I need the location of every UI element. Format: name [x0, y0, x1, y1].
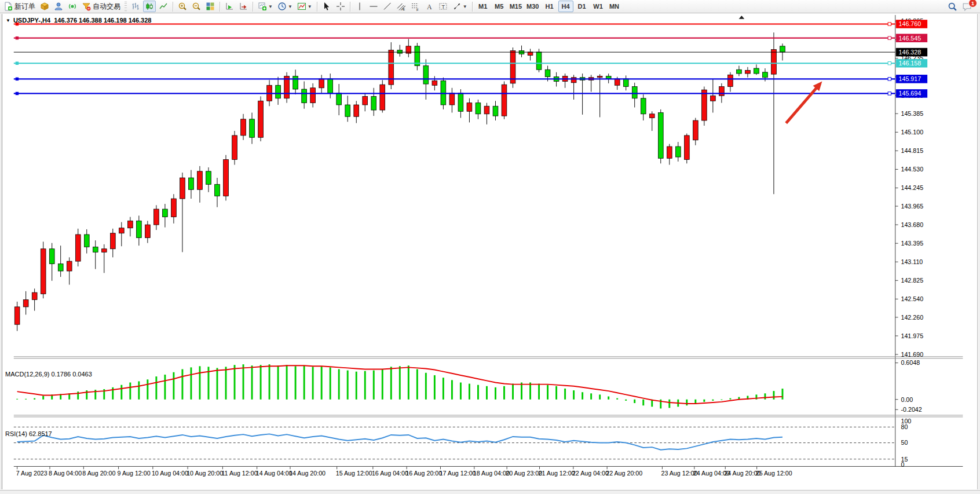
- macd-histogram-bar: [712, 400, 714, 401]
- periods-dropdown[interactable]: ▼: [276, 1, 294, 12]
- macd-histogram-bar: [608, 397, 609, 400]
- candle-body: [780, 46, 785, 52]
- toolbar-separator: [350, 2, 350, 12]
- toolbar-right-group: 1: [945, 1, 974, 12]
- candle-body: [136, 221, 141, 237]
- line-handle-right[interactable]: [888, 23, 891, 25]
- macd-histogram-bar: [634, 400, 635, 403]
- candle-body: [363, 96, 368, 105]
- macd-histogram-bar: [138, 381, 140, 399]
- fibonacci-tool[interactable]: F: [409, 1, 422, 12]
- macd-histogram-bar: [155, 376, 157, 400]
- candlestick-chart-button[interactable]: [143, 1, 156, 12]
- auto-scroll-button[interactable]: [223, 1, 236, 12]
- price-tick-label: 142.260: [901, 314, 923, 321]
- toolbar-separator: [472, 2, 473, 12]
- arrow-annotation[interactable]: [786, 87, 817, 123]
- new-order-icon: [3, 2, 13, 11]
- timeframe-h1[interactable]: H1: [542, 1, 557, 12]
- signals-button[interactable]: [66, 1, 79, 12]
- price-tick-label: 142.540: [901, 295, 923, 302]
- chart-shift-button[interactable]: [237, 1, 250, 12]
- new-chart-dropdown[interactable]: ▼: [256, 1, 275, 12]
- timeframe-m5[interactable]: M5: [492, 1, 507, 12]
- candle-body: [93, 247, 98, 252]
- price-tick-label: 143.965: [901, 203, 923, 210]
- indicators-dropdown[interactable]: ▼: [295, 1, 314, 12]
- tile-windows-button[interactable]: [204, 1, 217, 12]
- price-tick-label: 145.385: [901, 110, 923, 117]
- line-handle-left[interactable]: [16, 92, 19, 95]
- candle-body: [232, 136, 237, 160]
- macd-histogram-bar: [217, 368, 218, 399]
- macd-histogram-bar: [286, 365, 288, 400]
- timeframe-w1[interactable]: W1: [591, 1, 606, 12]
- search-button[interactable]: [946, 1, 959, 12]
- bar-chart-button[interactable]: [129, 1, 142, 12]
- line-handle-right[interactable]: [888, 36, 891, 39]
- candle-body: [728, 75, 733, 86]
- macd-histogram-bar: [686, 400, 688, 405]
- price-tick-label: 143.680: [901, 221, 923, 228]
- macd-histogram-bar: [190, 367, 192, 399]
- time-tick-label: 20 Aug 23:00: [506, 470, 542, 477]
- time-tick-label: 14 Aug 04:00: [256, 470, 292, 477]
- zoom-in-button[interactable]: [176, 1, 189, 12]
- macd-histogram-bar: [521, 382, 522, 399]
- candle-body: [667, 147, 672, 158]
- line-chart-button[interactable]: [157, 1, 170, 12]
- price-tick-label: 142.825: [901, 277, 923, 284]
- chart-canvas[interactable]: 146.805146.520146.235145.950145.665145.3…: [0, 14, 980, 494]
- timeframe-m30[interactable]: M30: [525, 1, 540, 12]
- time-tick-label: 22 Aug 20:00: [606, 470, 642, 477]
- macd-histogram-bar: [321, 366, 323, 399]
- terminal-button[interactable]: [52, 1, 65, 12]
- line-handle-left[interactable]: [16, 23, 19, 25]
- toolbar-separator: [173, 2, 173, 12]
- notifications-button[interactable]: 1: [960, 1, 974, 12]
- macd-histogram-bar: [16, 399, 18, 400]
- timeframe-d1[interactable]: D1: [575, 1, 590, 12]
- price-tick-label: 144.815: [901, 147, 923, 154]
- macd-histogram-bar: [573, 390, 575, 400]
- timeframe-m15[interactable]: M15: [508, 1, 524, 12]
- cursor-tool-button[interactable]: [320, 1, 333, 12]
- candle-body: [545, 69, 550, 76]
- auto-trading-button[interactable]: 自动交易: [80, 1, 122, 12]
- equidistant-channel-tool[interactable]: E: [395, 1, 408, 12]
- funnel-icon: [82, 2, 91, 11]
- line-handle-right[interactable]: [888, 78, 891, 80]
- line-handle-right[interactable]: [888, 61, 891, 64]
- trendline-tool[interactable]: [381, 1, 394, 12]
- time-tick-label: 15 Aug 12:00: [336, 470, 372, 477]
- candle-body: [145, 225, 150, 238]
- new-order-button[interactable]: 新订单: [2, 1, 37, 12]
- crosshair-tool-button[interactable]: [334, 1, 347, 12]
- horizontal-line-tool[interactable]: [367, 1, 380, 12]
- macd-histogram-bar: [443, 378, 444, 400]
- dropdown-caret: ▼: [308, 4, 312, 9]
- text-label-tool[interactable]: T: [437, 1, 449, 12]
- timeframe-h4[interactable]: H4: [558, 1, 573, 12]
- macd-histogram-bar: [147, 379, 148, 399]
- chart-shift-marker[interactable]: [739, 16, 745, 19]
- macd-histogram-bar: [312, 367, 314, 399]
- line-handle-right[interactable]: [888, 92, 891, 95]
- zoom-out-button[interactable]: [190, 1, 203, 12]
- vertical-line-tool[interactable]: [353, 1, 366, 12]
- line-handle-left[interactable]: [16, 36, 19, 39]
- time-tick-label: 9 Aug 12:00: [118, 470, 151, 477]
- macd-histogram-bar: [338, 369, 340, 399]
- arrows-tool-dropdown[interactable]: ▼: [451, 1, 469, 12]
- macd-histogram-bar: [173, 372, 174, 400]
- vertical-line-icon: [355, 2, 364, 11]
- candle-body: [319, 79, 324, 88]
- line-handle-left[interactable]: [16, 78, 19, 80]
- market-depth-button[interactable]: [38, 1, 51, 12]
- text-tool[interactable]: A: [423, 1, 436, 12]
- line-chart-icon: [159, 2, 168, 11]
- candle-body: [258, 101, 264, 137]
- timeframe-m1[interactable]: M1: [476, 1, 491, 12]
- line-handle-left[interactable]: [16, 61, 19, 64]
- timeframe-mn[interactable]: MN: [607, 1, 622, 12]
